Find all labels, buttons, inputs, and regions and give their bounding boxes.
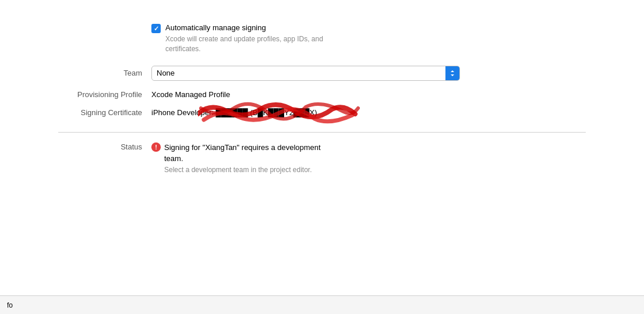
provisioning-profile-label: Provisioning Profile [0, 90, 151, 99]
team-row: Team None [0, 66, 644, 81]
provisioning-profile-row: Provisioning Profile Xcode Managed Profi… [0, 90, 644, 99]
main-content: Automatically manage signing Xcode will … [0, 0, 644, 180]
error-icon [151, 142, 161, 152]
auto-sign-row: Automatically manage signing Xcode will … [151, 23, 323, 54]
signing-cert-text: iPhone Developer: ██████ (B█K███Y2███X) [151, 108, 317, 117]
team-label: Team [0, 69, 151, 77]
auto-sign-checkbox-container[interactable] [151, 24, 161, 33]
auto-sign-checkbox[interactable] [151, 24, 161, 33]
status-content: Signing for "XiangTan" requires a develo… [151, 142, 644, 174]
auto-sign-label: Automatically manage signing [165, 23, 323, 32]
status-label: Status [0, 142, 151, 151]
signing-cert-row: Signing Certificate iPhone Developer: ██… [0, 108, 644, 117]
status-sub-text: Select a development team in the project… [164, 166, 321, 174]
bottom-bar: fo [0, 295, 644, 314]
team-select-arrow-icon[interactable] [445, 66, 459, 80]
status-main-text: Signing for "XiangTan" requires a develo… [164, 142, 321, 165]
bottom-bar-text: fo [7, 301, 13, 309]
redaction-scribble [198, 97, 361, 131]
status-text-block: Signing for "XiangTan" requires a develo… [164, 142, 321, 174]
status-row: Status Signing for "XiangTan" requires a… [0, 142, 644, 174]
auto-sign-description: Xcode will create and update profiles, a… [165, 34, 323, 54]
team-dropdown[interactable]: None [151, 66, 460, 81]
signing-cert-label: Signing Certificate [0, 108, 151, 117]
team-select-value: None [152, 69, 445, 77]
signing-cert-value-container: iPhone Developer: ██████ (B█K███Y2███X) [151, 108, 317, 117]
provisioning-profile-value: Xcode Managed Profile [151, 90, 230, 99]
section-divider [58, 132, 586, 133]
auto-sign-text-block: Automatically manage signing Xcode will … [165, 23, 323, 54]
